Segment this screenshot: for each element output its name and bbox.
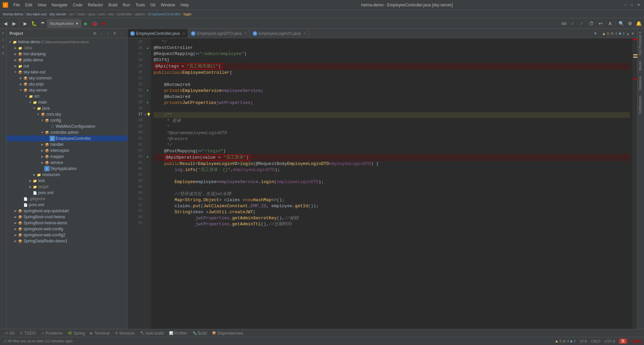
tree-item-sky-common[interactable]: ▶ 📦 sky-common [7,75,127,81]
bottom-tab-services[interactable]: ⚙ Services [112,329,138,337]
git-translate-button[interactable]: A [606,19,614,27]
bottom-tab-dependencies[interactable]: 📦 Dependencies [209,329,246,337]
tree-item-sky-pojo[interactable]: ▶ 📦 sky-pojo [7,81,127,87]
breadcrumb-sky-server[interactable]: sky-server [49,12,66,16]
run-gutter-icon-26[interactable]: ● [147,46,149,50]
notifications-label[interactable]: Notifications [638,93,644,116]
database-label[interactable]: Database [638,73,644,93]
tree-item-main[interactable]: ▼ 📁 main [7,99,127,105]
bottom-tab-profiler[interactable]: 📊 Profiler [166,329,190,337]
gutter-icon-35[interactable]: ● [144,99,151,105]
menu-navigate[interactable]: Navigate [49,1,70,9]
tree-item-sky-take-out[interactable]: ▼ 📦 sky-take-out [7,69,127,75]
tree-item-heima-demo[interactable]: ▼ 📁 heima-demo E:\idea-workspace\heima-d… [7,39,127,45]
breadcrumb-java[interactable]: java [89,12,95,16]
debug-run-button[interactable]: 🐞 [91,19,99,27]
menu-window[interactable]: Window [158,1,178,9]
run-gutter-icon-35[interactable]: ● [147,101,149,104]
close-tab-icon[interactable]: ✕ [182,32,185,35]
line-ending[interactable]: CRLF [591,339,601,343]
git-commit-button[interactable]: ✓ [578,19,586,27]
bulb-icon-37[interactable]: 💡 [147,113,151,116]
stop-button[interactable]: ■ [99,19,107,27]
warnings-indicator[interactable]: ▲ 8 ⚠ 4 ◆ 2 [555,339,576,343]
tree-item-springboot-web-config2[interactable]: ▶ 📦 springboot-web-config2 [7,232,127,238]
tree-item-out[interactable]: ▶ 📁 out [7,63,127,69]
close-tab-icon[interactable]: ✕ [304,32,306,35]
tree-item-src[interactable]: ▼ 📁 src [7,93,127,99]
menu-code[interactable]: Code [70,1,85,9]
scroll-down-icon[interactable]: ▼ [631,32,635,36]
search-everywhere-button[interactable]: 🔍 [617,19,625,27]
tree-item-employee-controller[interactable]: C EmployeeController [7,135,127,141]
tree-item-jedis-demo[interactable]: ▶ 📦 jedis-demo [7,57,127,63]
tree-item-springboot-aop[interactable]: ▶ 📦 springboot-aop-quickstart [7,208,127,214]
tree-item-gitignore[interactable]: 📄 .gitignore [7,196,127,202]
breadcrumb-controller[interactable]: controller [117,12,132,16]
git-branch[interactable]: 英 [619,339,627,344]
gutter-icon-26[interactable]: ● [144,45,151,51]
tree-item-java[interactable]: ▼ 📁 java [7,105,127,111]
tree-item-test[interactable]: ▶ 📁 test [7,178,127,184]
menu-edit[interactable]: Edit [22,1,35,9]
project-sidebar-icon[interactable]: P [0,30,6,36]
git-rollback-button[interactable]: ↩ [597,19,605,27]
tree-item-config[interactable]: ▼ 📦 config [7,117,127,123]
breadcrumb-main[interactable]: main [77,12,86,16]
commit-sidebar-icon[interactable]: C [0,37,6,43]
tree-item-sky-application[interactable]: C SkyApplication [7,166,127,172]
bottom-tab-build[interactable]: 🔧 Build [190,329,210,337]
bookmarks-sidebar-icon[interactable]: B [0,50,6,56]
bottom-tab-git[interactable]: ⎇ Git [1,329,17,337]
run-button[interactable]: ▶ [82,19,90,27]
panel-settings-icon[interactable]: ⚙ [112,31,118,37]
encoding[interactable]: UTF-8 [605,339,615,343]
tree-item-handler[interactable]: ▶ 📦 handler [7,141,127,148]
tab-employee-controller[interactable]: C EmployeeController.java ✕ [127,29,188,38]
bottom-tab-spring[interactable]: 🌿 Spring [65,329,88,337]
menu-build[interactable]: Build [106,1,120,9]
bottom-tab-problems[interactable]: ⚠ Problems [39,329,65,337]
breadcrumb-admin[interactable]: admin [135,12,145,16]
tree-item-springboot-crud[interactable]: ▶ 📦 SpringBoot-crud-heima [7,214,127,220]
bottom-tab-terminal[interactable]: ▶ Terminal [88,329,112,337]
breadcrumb-src[interactable]: src [69,12,74,16]
panel-collapse-icon[interactable]: ↕ [105,31,111,37]
tree-item-service[interactable]: ▶ 📦 service [7,160,127,166]
breadcrumb-com[interactable]: com [98,12,105,16]
tree-item-com-sky[interactable]: ▼ 📦 com.sky [7,111,127,117]
config-selector[interactable]: SkyApplication ▼ [47,19,81,27]
gutter-icon-37[interactable]: ≡ 💡 [144,111,151,117]
panel-minimize-icon[interactable]: − [118,31,124,37]
tree-item-resources[interactable]: ▶ 📁 resources [7,172,127,178]
run-gutter-icon-44[interactable]: ● [147,155,149,159]
menu-run[interactable]: Run [120,1,133,9]
key-promoter-label[interactable]: Key Promoter X [638,29,644,58]
settings-button[interactable]: ⚙ [626,19,634,27]
tree-item-pom-sky[interactable]: 📄 pom.xml [7,190,127,196]
breadcrumb-sky-take-out[interactable]: sky-take-out [26,12,46,16]
minimize-button[interactable]: ─ [623,2,628,8]
tree-item-springboot-heima[interactable]: ▶ 📦 SpringBoot-heima-demo [7,220,127,226]
tree-item-pom-root[interactable]: 📄 pom.xml [7,202,127,208]
forward-button[interactable]: ▶ [10,19,18,27]
back-button[interactable]: ◀ [1,19,9,27]
menu-refactor[interactable]: Refactor [85,1,106,9]
breadcrumb-employee-controller[interactable]: EmployeeController [148,12,181,16]
notifications-button[interactable]: 🔔 [635,19,643,27]
git-history-button[interactable]: ⏱ [587,19,595,27]
tree-item-idea[interactable]: ▶ 📁 .idea [7,45,127,51]
breadcrumb-heima-demo[interactable]: heima-demo [3,12,23,16]
code-editor[interactable]: */ @RestController @RequestMapping(⊙∨"/a… [151,38,633,329]
tree-item-interceptor[interactable]: ▶ 📦 interceptor [7,148,127,154]
scroll-up-icon[interactable]: ▲ [626,32,630,36]
tree-item-webmvc[interactable]: C WebMvcConfiguration [7,123,127,129]
menu-tools[interactable]: Tools [133,1,148,9]
tree-item-mapper[interactable]: ▶ 📦 mapper [7,154,127,160]
bottom-tab-auto-build[interactable]: 🔨 Auto-build [138,329,166,337]
menu-help[interactable]: Help [178,1,192,9]
panel-expand-icon[interactable]: ↕ [98,31,104,37]
panel-horizontal-icon[interactable]: ⊞ [92,31,98,37]
close-button[interactable]: ✕ [636,2,641,8]
debug-button[interactable]: 🐛 [30,19,38,27]
